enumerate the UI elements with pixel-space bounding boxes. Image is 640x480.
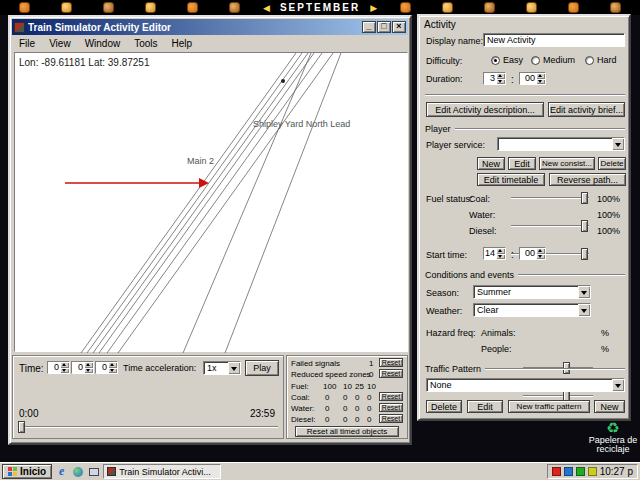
- new-consist-button[interactable]: New consist...: [539, 157, 595, 170]
- edit-activity-brief-button[interactable]: Edit activity brief...: [548, 102, 625, 117]
- next-month-arrow-icon[interactable]: ▶: [370, 3, 377, 13]
- chevron-down-icon[interactable]: [228, 362, 240, 374]
- slider-thumb[interactable]: [581, 220, 588, 232]
- difficulty-radio-medium[interactable]: Medium: [531, 55, 575, 65]
- menu-file[interactable]: File: [12, 38, 42, 49]
- desktop: { "banner": { "month": "SEPTEMBER", "lef…: [0, 0, 640, 480]
- service-edit-button[interactable]: Edit: [508, 157, 536, 170]
- chevron-down-icon[interactable]: [578, 286, 590, 298]
- maximize-button[interactable]: □: [377, 21, 391, 33]
- weather-value: Clear: [474, 304, 578, 316]
- traffic-new-button[interactable]: New: [594, 400, 625, 413]
- tray-status-icon[interactable]: [552, 467, 561, 476]
- radio-label: Easy: [503, 55, 523, 65]
- coal-v2: 0: [343, 393, 347, 402]
- edit-activity-description-button[interactable]: Edit Activity description...: [426, 102, 544, 117]
- spin-down-icon[interactable]: [536, 79, 545, 85]
- tray-volume-icon[interactable]: [588, 467, 597, 476]
- tray-antivirus-icon[interactable]: [576, 467, 585, 476]
- menu-help[interactable]: Help: [165, 38, 200, 49]
- start-hour-spinner[interactable]: 14: [483, 247, 506, 260]
- garfield-icon: [187, 2, 198, 13]
- slider-thumb[interactable]: [581, 192, 588, 204]
- traffic-delete-button[interactable]: Delete: [426, 400, 462, 413]
- difficulty-radio-easy[interactable]: Easy: [491, 55, 523, 65]
- traffic-edit-button[interactable]: Edit: [467, 400, 503, 413]
- reset-button[interactable]: Reset: [379, 403, 403, 412]
- start-time-separator: :: [511, 249, 514, 260]
- time-hours-spinner[interactable]: 0: [47, 361, 70, 374]
- garfield-icon: [145, 2, 156, 13]
- spin-down-icon[interactable]: [496, 79, 505, 85]
- globe-icon[interactable]: [71, 465, 84, 478]
- player-start-arrow[interactable]: [65, 178, 209, 188]
- menu-tools[interactable]: Tools: [127, 38, 164, 49]
- route-map-view[interactable]: Lon: -89.61181 Lat: 39.87251 Shipley Yar…: [14, 52, 408, 352]
- radio-icon[interactable]: [531, 56, 540, 65]
- radio-icon[interactable]: [491, 56, 500, 65]
- previous-month-arrow-icon[interactable]: ◀: [263, 3, 270, 13]
- spin-down-icon[interactable]: [496, 254, 505, 260]
- time-minutes-spinner[interactable]: 0: [71, 361, 94, 374]
- display-name-input[interactable]: New Activity: [483, 33, 625, 47]
- map-marker-dot[interactable]: [281, 79, 285, 83]
- taskbar: Inicio e Train Simulator Activi... 10:27…: [0, 462, 640, 480]
- menu-window[interactable]: Window: [78, 38, 128, 49]
- season-label: Season:: [426, 288, 459, 298]
- service-delete-button[interactable]: Delete: [598, 157, 626, 170]
- time-acceleration-select[interactable]: 1x: [203, 361, 241, 375]
- diesel-v4: 0: [367, 415, 371, 424]
- slider-thumb[interactable]: [18, 421, 25, 433]
- reset-all-timed-objects-button[interactable]: Reset all timed objects: [295, 426, 399, 437]
- duration-hours-spinner[interactable]: 3: [483, 72, 506, 85]
- weather-select[interactable]: Clear: [473, 303, 591, 317]
- diesel-row-label: Diesel:: [291, 415, 315, 424]
- spin-down-icon[interactable]: [536, 254, 545, 260]
- minimize-button[interactable]: _: [362, 21, 376, 33]
- edit-timetable-button[interactable]: Edit timetable: [477, 173, 545, 186]
- reset-button[interactable]: Reset: [379, 369, 403, 378]
- spin-down-icon[interactable]: [108, 368, 117, 374]
- radio-icon[interactable]: [585, 56, 594, 65]
- show-desktop-icon[interactable]: [87, 465, 100, 478]
- slider-thumb[interactable]: [581, 248, 588, 260]
- reduced-speed-label: Reduced speed zones: [291, 370, 371, 379]
- close-button[interactable]: ×: [392, 21, 406, 33]
- coal-slider[interactable]: [511, 192, 589, 204]
- menu-view[interactable]: View: [42, 38, 78, 49]
- divider: [455, 128, 625, 130]
- task-button-train-simulator[interactable]: Train Simulator Activi...: [103, 464, 221, 479]
- chevron-down-icon[interactable]: [612, 379, 624, 391]
- spin-down-icon[interactable]: [60, 368, 69, 374]
- weather-label: Weather:: [426, 306, 462, 316]
- time-slider[interactable]: [18, 421, 278, 433]
- recycle-bin-shortcut[interactable]: ♻ Papelera de reciclaje: [588, 420, 638, 454]
- tray-network-icon[interactable]: [564, 467, 573, 476]
- water-slider[interactable]: [511, 220, 589, 232]
- spin-down-icon[interactable]: [84, 368, 93, 374]
- difficulty-radio-hard[interactable]: Hard: [585, 55, 617, 65]
- play-button[interactable]: Play: [245, 360, 279, 376]
- reverse-path-button[interactable]: Reverse path...: [549, 173, 626, 186]
- reset-button[interactable]: Reset: [379, 414, 403, 423]
- player-service-select[interactable]: [497, 137, 625, 151]
- title-bar[interactable]: Train Simulator Activity Editor _ □ ×: [12, 19, 408, 35]
- garfield-icon: [400, 2, 411, 13]
- start-button[interactable]: Inicio: [2, 464, 52, 479]
- chevron-down-icon[interactable]: [578, 304, 590, 316]
- player-section-header: Player: [425, 124, 625, 134]
- chevron-down-icon[interactable]: [612, 138, 624, 150]
- service-new-button[interactable]: New: [477, 157, 505, 170]
- internet-explorer-icon[interactable]: e: [55, 465, 68, 478]
- duration-minutes-spinner[interactable]: 00: [519, 72, 546, 85]
- traffic-pattern-select[interactable]: None: [426, 378, 625, 392]
- new-traffic-pattern-button[interactable]: New traffic pattern: [508, 400, 590, 413]
- season-select[interactable]: Summer: [473, 285, 591, 299]
- lon-lat-readout: Lon: -89.61181 Lat: 39.87251: [19, 57, 149, 68]
- time-seconds-spinner[interactable]: 0: [95, 361, 118, 374]
- reset-button[interactable]: Reset: [379, 392, 403, 401]
- start-minute-spinner[interactable]: 00: [519, 247, 546, 260]
- time-acceleration-value: 1x: [204, 362, 228, 374]
- hazard-frequency-label: Hazard freq:: [426, 328, 476, 338]
- reset-button[interactable]: Reset: [379, 358, 403, 367]
